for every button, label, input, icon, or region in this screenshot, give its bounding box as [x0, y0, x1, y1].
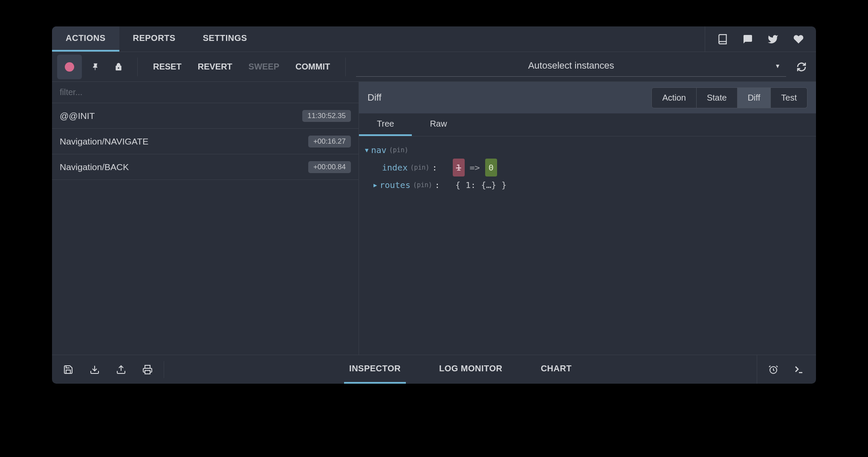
tab-settings[interactable]: SETTINGS [189, 26, 261, 52]
reset-button[interactable]: RESET [147, 62, 188, 72]
caret-down-icon: ▼ [365, 144, 368, 156]
actions-panel: @@INIT 11:30:52.35 Navigation/NAVIGATE +… [52, 82, 359, 355]
diff-title: Diff [367, 92, 382, 103]
tree-content: ▼ nav (pin) index (pin): 1 => 0 ▶ routes… [359, 136, 816, 355]
lock-button[interactable] [109, 55, 128, 79]
diff-panel: Diff Action State Diff Test Tree Raw ▼ n… [359, 82, 816, 355]
subtab-tree[interactable]: Tree [359, 113, 412, 136]
caret-right-icon: ▶ [373, 179, 377, 191]
view-test-button[interactable]: Test [771, 87, 807, 108]
action-time: 11:30:52.35 [302, 110, 351, 122]
sweep-button[interactable]: SWEEP [243, 62, 285, 72]
filter-input[interactable] [52, 82, 359, 103]
tab-actions[interactable]: ACTIONS [52, 26, 119, 52]
pin-label[interactable]: (pin) [389, 144, 408, 156]
heart-icon[interactable] [793, 34, 804, 45]
save-icon[interactable] [63, 364, 73, 375]
instances-selector[interactable]: Autoselect instances ▾ [356, 55, 786, 77]
footer: INSPECTOR LOG MONITOR CHART [52, 355, 816, 384]
pin-label[interactable]: (pin) [413, 179, 432, 191]
action-row[interactable]: Navigation/BACK +00:00.84 [52, 154, 359, 180]
tree-preview: { 1: {…} } [455, 176, 506, 194]
svg-rect-2 [145, 370, 150, 374]
print-icon[interactable] [142, 364, 153, 375]
diff-removed-value: 1 [453, 159, 465, 176]
tree-key: routes [379, 176, 410, 194]
action-row[interactable]: @@INIT 11:30:52.35 [52, 103, 359, 129]
action-name: Navigation/BACK [60, 162, 129, 172]
record-icon [65, 62, 74, 72]
action-time: +00:16.27 [308, 136, 351, 148]
timer-icon[interactable] [768, 364, 778, 375]
diff-subtabs: Tree Raw [359, 113, 816, 136]
colon: : [432, 159, 437, 176]
view-switch: Action State Diff Test [651, 87, 807, 108]
colon: : [435, 176, 440, 194]
refresh-button[interactable] [791, 62, 812, 72]
tree-node-routes[interactable]: ▶ routes (pin): { 1: {…} } [365, 176, 810, 194]
view-action-button[interactable]: Action [651, 87, 697, 108]
footer-tab-inspector[interactable]: INSPECTOR [344, 355, 406, 384]
view-state-button[interactable]: State [697, 87, 738, 108]
pin-label[interactable]: (pin) [410, 161, 429, 174]
action-name: @@INIT [60, 111, 95, 121]
commit-button[interactable]: COMMIT [289, 62, 336, 72]
terminal-icon[interactable] [793, 364, 805, 375]
twitter-icon[interactable] [767, 34, 778, 45]
tab-reports[interactable]: REPORTS [119, 26, 189, 52]
tree-node-nav[interactable]: ▼ nav (pin) [365, 142, 810, 159]
footer-tab-log-monitor[interactable]: LOG MONITOR [434, 355, 507, 384]
upload-icon[interactable] [116, 364, 126, 375]
action-row[interactable]: Navigation/NAVIGATE +00:16.27 [52, 129, 359, 154]
subtab-raw[interactable]: Raw [412, 113, 465, 136]
view-diff-button[interactable]: Diff [738, 87, 771, 108]
action-name: Navigation/NAVIGATE [60, 136, 148, 147]
instances-label: Autoselect instances [528, 60, 614, 71]
diff-added-value: 0 [485, 159, 497, 176]
chat-icon[interactable] [743, 34, 753, 44]
top-tabs: ACTIONS REPORTS SETTINGS [52, 26, 816, 52]
docs-icon[interactable] [717, 34, 728, 45]
toolbar: RESET REVERT SWEEP COMMIT Autoselect ins… [52, 52, 816, 82]
download-icon[interactable] [90, 364, 100, 375]
revert-button[interactable]: REVERT [192, 62, 238, 72]
record-button[interactable] [57, 55, 82, 79]
footer-tab-chart[interactable]: CHART [535, 355, 577, 384]
arrow-icon: => [470, 159, 480, 176]
action-time: +00:00.84 [308, 161, 351, 173]
chevron-down-icon: ▾ [776, 62, 779, 70]
tree-node-index[interactable]: index (pin): 1 => 0 [365, 159, 810, 176]
pin-button[interactable] [86, 55, 105, 79]
tree-key: index [382, 159, 408, 176]
tree-key: nav [371, 142, 386, 159]
